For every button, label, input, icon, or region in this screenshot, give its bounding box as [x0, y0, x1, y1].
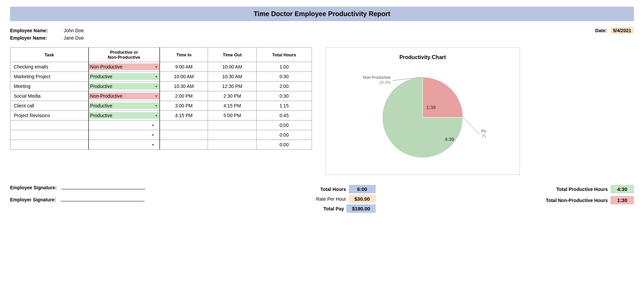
chart-title: Productivity Chart: [332, 54, 513, 60]
non-productive-inner-label: 1:30: [426, 105, 436, 110]
table-row: Checking emailsNon-Productive▼9:00 AM10:…: [10, 62, 312, 72]
status-cell[interactable]: Non-Productive▼: [89, 62, 160, 72]
status-cell[interactable]: Productive▼: [89, 82, 160, 91]
table-row: MeetingProductive▼10:30 AM12:30 PM2:00: [10, 82, 312, 91]
time-in-cell: [160, 120, 208, 130]
rate-value: $30.00: [349, 195, 376, 203]
time-out-cell: 10:30 AM: [208, 72, 257, 82]
total-hours-cell: 0:45: [257, 111, 312, 120]
col-task: Task: [10, 48, 89, 62]
dropdown-arrow-icon[interactable]: ▼: [155, 114, 158, 117]
status-label: Productive: [90, 74, 112, 79]
total-pay-row: Total Pay $180.00: [304, 204, 375, 213]
header-info: Employee Name: John Doe Employer Name: J…: [10, 28, 634, 41]
time-out-cell: [208, 140, 257, 150]
time-in-cell: 10:00 AM: [160, 72, 208, 82]
signatures: Employee Signature: Employer Signature:: [10, 185, 145, 209]
col-status: Productive orNon-Productive: [89, 48, 160, 62]
non-productive-hours-row: Total Non-Productive Hours 1:30: [534, 196, 634, 204]
total-hours-cell: 0:00: [257, 120, 312, 130]
employer-sig-row: Employer Signature:: [10, 197, 145, 202]
non-productive-hours-label: Total Non-Productive Hours: [534, 198, 608, 203]
dropdown-arrow-icon[interactable]: ▼: [151, 143, 155, 147]
total-pay-value: $180.00: [346, 204, 375, 213]
dropdown-arrow-icon[interactable]: ▼: [151, 133, 155, 137]
productive-pct-label: 75.0%: [481, 134, 486, 139]
status-cell[interactable]: Productive▼: [89, 101, 160, 111]
productive-hours-row: Total Productive Hours 4:30: [534, 185, 634, 193]
task-table: Task Productive orNon-Productive Time In…: [10, 47, 312, 150]
employee-sig-row: Employee Signature:: [10, 185, 145, 190]
main-content: Task Productive orNon-Productive Time In…: [10, 47, 634, 175]
productive-line: [463, 117, 480, 134]
time-out-cell: 5:00 PM: [208, 111, 257, 120]
productive-ext-label: Productive: [481, 129, 486, 134]
task-cell: Project Revisions: [10, 111, 89, 120]
task-cell: Client call: [10, 101, 89, 111]
status-cell[interactable]: ▼: [89, 140, 160, 150]
status-label: Productive: [90, 113, 112, 118]
col-time-out: Time Out: [208, 48, 257, 62]
total-hours-cell: 0:30: [257, 91, 312, 101]
time-in-cell: 4:15 PM: [160, 111, 208, 120]
time-in-cell: 9:00 AM: [160, 62, 208, 72]
task-cell: Meeting: [10, 82, 89, 91]
task-cell: Marketing Project: [10, 72, 89, 82]
task-cell: [10, 140, 89, 150]
table-row: Social MediaNon-Productive▼2:00 PM2:30 P…: [10, 91, 312, 101]
time-out-cell: 2:30 PM: [208, 91, 257, 101]
productive-hours-label: Total Productive Hours: [534, 187, 608, 192]
pie-svg: 1:30 4:30 Non-Productive 25.0% Productiv…: [359, 70, 486, 164]
time-in-cell: 2:00 PM: [160, 91, 208, 101]
total-hours-cell: 0:00: [257, 130, 312, 140]
time-out-cell: 10:00 AM: [208, 62, 257, 72]
total-hours-cell: 1:00: [257, 62, 312, 72]
total-pay-label: Total Pay: [304, 206, 344, 211]
employee-sig-line: [61, 189, 145, 189]
status-cell[interactable]: ▼: [89, 120, 160, 130]
task-cell: Social Media: [10, 91, 89, 101]
total-hours-value: 6:00: [349, 185, 376, 193]
productive-inner-label: 4:30: [445, 137, 454, 142]
status-cell[interactable]: ▼: [89, 130, 160, 140]
bottom-section: Employee Signature: Employer Signature: …: [10, 185, 634, 213]
time-in-cell: [160, 130, 208, 140]
employee-name-label: Employee Name:: [10, 28, 64, 33]
table-row: ▼0:00: [10, 130, 312, 140]
total-hours-row: Total Hours 6:00: [306, 185, 376, 193]
table-row: Project RevisionsProductive▼4:15 PM5:00 …: [10, 111, 312, 120]
status-label: Productive: [90, 103, 112, 108]
dropdown-arrow-icon[interactable]: ▼: [155, 104, 158, 108]
pie-chart: 1:30 4:30 Non-Productive 25.0% Productiv…: [332, 67, 513, 168]
dropdown-arrow-icon[interactable]: ▼: [151, 124, 155, 127]
dropdown-arrow-icon[interactable]: ▼: [155, 75, 158, 79]
rate-label: Rate Per Hour: [306, 196, 346, 202]
time-out-cell: 4:15 PM: [208, 101, 257, 111]
dropdown-arrow-icon[interactable]: ▼: [155, 65, 158, 69]
total-hours-cell: 1:15: [257, 101, 312, 111]
total-hours-label: Total Hours: [306, 187, 346, 192]
table-row: ▼0:00: [10, 140, 312, 150]
employer-sig-line: [61, 201, 145, 201]
status-cell[interactable]: Non-Productive▼: [89, 91, 160, 101]
non-productive-hours-value: 1:30: [610, 196, 634, 204]
date-section: Date: 5/4/2021: [595, 28, 634, 33]
non-productive-pct-label: 25.0%: [379, 80, 391, 85]
status-cell[interactable]: Productive▼: [89, 72, 160, 82]
dropdown-arrow-icon[interactable]: ▼: [155, 94, 158, 98]
dropdown-arrow-icon[interactable]: ▼: [155, 85, 158, 88]
status-label: Non-Productive: [90, 64, 123, 69]
col-total-hours: Total Hours: [257, 48, 312, 62]
table-row: Marketing ProjectProductive▼10:00 AM10:3…: [10, 72, 312, 82]
time-in-cell: [160, 140, 208, 150]
task-cell: [10, 120, 89, 130]
employee-sig-label: Employee Signature:: [10, 185, 57, 190]
rate-row: Rate Per Hour $30.00: [306, 195, 376, 203]
task-table-section: Task Productive orNon-Productive Time In…: [10, 47, 312, 175]
chart-section: Productivity Chart 1:30 4:30: [325, 47, 520, 175]
status-cell[interactable]: Productive▼: [89, 111, 160, 120]
productive-hours-value: 4:30: [610, 185, 634, 193]
report-title: Time Doctor Employee Productivity Report: [10, 7, 634, 21]
date-label: Date:: [595, 28, 607, 33]
time-in-cell: 10:30 AM: [160, 82, 208, 91]
